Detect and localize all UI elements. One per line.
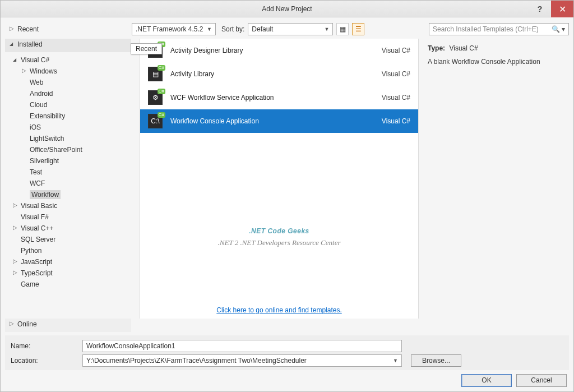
dialog-title: Add New Project bbox=[262, 5, 312, 13]
template-row-selected[interactable]: C:\C# Workflow Console Application Visua… bbox=[140, 109, 418, 133]
template-row[interactable]: ▧C# Activity Designer Library Visual C# bbox=[140, 39, 418, 62]
tree-online[interactable]: Online bbox=[5, 319, 131, 332]
template-icon: ⚙C# bbox=[148, 90, 163, 105]
chevron-down-icon: ▼ bbox=[207, 26, 212, 32]
sort-value: Default bbox=[252, 25, 273, 33]
tree-test[interactable]: Test bbox=[5, 167, 131, 178]
tree-silverlight[interactable]: Silverlight bbox=[5, 155, 131, 167]
tree-windows[interactable]: Windows bbox=[5, 66, 131, 77]
tree-cloud[interactable]: Cloud bbox=[5, 99, 131, 110]
tree-cpp[interactable]: Visual C++ bbox=[5, 223, 131, 234]
cancel-button[interactable]: Cancel bbox=[516, 374, 567, 387]
bottom-form: Name: Location: Y:\Documents\Projects\ZK… bbox=[5, 335, 569, 370]
tree-vb[interactable]: Visual Basic bbox=[5, 200, 131, 211]
tree-extensibility[interactable]: Extensibility bbox=[5, 110, 131, 122]
template-lang: Visual C# bbox=[382, 117, 410, 125]
tree-csharp[interactable]: Visual C# bbox=[5, 54, 131, 66]
template-name: Workflow Console Application bbox=[170, 117, 374, 125]
dialog-buttons: OK Cancel bbox=[461, 374, 567, 387]
search-icon: 🔍 ▾ bbox=[552, 25, 565, 33]
tree-wcf[interactable]: WCF bbox=[5, 178, 131, 189]
tree-workflow[interactable]: Workflow bbox=[5, 189, 131, 200]
tree-game[interactable]: Game bbox=[5, 279, 131, 290]
view-grid-button[interactable]: ▦ bbox=[336, 23, 349, 35]
name-input[interactable] bbox=[82, 340, 402, 352]
search-input[interactable]: Search Installed Templates (Ctrl+E) 🔍 ▾ bbox=[429, 23, 569, 35]
template-lang: Visual C# bbox=[382, 94, 410, 102]
name-label: Name: bbox=[11, 342, 78, 350]
browse-button[interactable]: Browse... bbox=[411, 354, 461, 367]
window-controls: ? ✕ bbox=[529, 1, 573, 17]
template-description: A blank Workflow Console Application bbox=[428, 58, 562, 66]
tree-js[interactable]: JavaScript bbox=[5, 256, 131, 268]
close-button[interactable]: ✕ bbox=[551, 1, 573, 17]
location-label: Location: bbox=[11, 357, 78, 365]
recent-tooltip: Recent bbox=[131, 43, 162, 54]
template-name: Activity Designer Library bbox=[170, 47, 374, 54]
tree-lightswitch[interactable]: LightSwitch bbox=[5, 133, 131, 144]
tree-recent[interactable]: Recent bbox=[5, 24, 128, 35]
template-icon: C:\C# bbox=[148, 114, 163, 128]
template-lang: Visual C# bbox=[382, 70, 410, 78]
ok-button[interactable]: OK bbox=[461, 374, 512, 387]
tree-installed[interactable]: Installed bbox=[5, 39, 131, 52]
chevron-down-icon: ▼ bbox=[324, 26, 329, 32]
tree-ts[interactable]: TypeScript bbox=[5, 268, 131, 279]
template-icon: ▤C# bbox=[148, 67, 163, 81]
framework-combo[interactable]: .NET Framework 4.5.2 ▼ bbox=[132, 23, 216, 35]
chevron-down-icon: ▼ bbox=[393, 358, 398, 363]
online-templates-link[interactable]: Click here to go online and find templat… bbox=[216, 306, 341, 314]
help-button[interactable]: ? bbox=[529, 1, 551, 17]
search-placeholder: Search Installed Templates (Ctrl+E) bbox=[433, 25, 539, 33]
tree-ios[interactable]: iOS bbox=[5, 122, 131, 133]
location-combo[interactable]: Y:\Documents\Projects\ZK\FarmTrace\Assig… bbox=[82, 354, 402, 367]
template-name: WCF Workflow Service Application bbox=[170, 94, 374, 102]
template-lang: Visual C# bbox=[382, 47, 410, 54]
online-link-wrap: Click here to go online and find templat… bbox=[140, 306, 418, 314]
view-list-button[interactable]: ☰ bbox=[352, 23, 364, 35]
template-name: Activity Library bbox=[170, 70, 374, 78]
tree-sql[interactable]: SQL Server bbox=[5, 234, 131, 245]
tree-web[interactable]: Web bbox=[5, 77, 131, 88]
type-label: Type: bbox=[428, 44, 445, 52]
titlebar: Add New Project ? ✕ bbox=[1, 1, 573, 17]
detail-pane: Type: Visual C# A blank Workflow Console… bbox=[421, 39, 569, 319]
category-tree: Visual C# Windows Web Android Cloud Exte… bbox=[5, 54, 131, 319]
sort-by-label: Sort by: bbox=[221, 25, 244, 33]
location-value: Y:\Documents\Projects\ZK\FarmTrace\Assig… bbox=[86, 357, 307, 365]
framework-value: .NET Framework 4.5.2 bbox=[136, 25, 203, 33]
tree-fsharp[interactable]: Visual F# bbox=[5, 211, 131, 223]
template-row[interactable]: ▤C# Activity Library Visual C# bbox=[140, 62, 418, 86]
tree-sharepoint[interactable]: Office/SharePoint bbox=[5, 144, 131, 155]
sort-combo[interactable]: Default ▼ bbox=[248, 23, 333, 35]
template-list: ▧C# Activity Designer Library Visual C# … bbox=[140, 39, 419, 319]
tree-python[interactable]: Python bbox=[5, 245, 131, 256]
watermark: .NET Code Geeks .NET 2 .NET Developers R… bbox=[140, 218, 418, 247]
toolbar: Recent .NET Framework 4.5.2 ▼ Sort by: D… bbox=[5, 22, 569, 36]
type-value: Visual C# bbox=[449, 44, 478, 52]
template-row[interactable]: ⚙C# WCF Workflow Service Application Vis… bbox=[140, 86, 418, 109]
tree-android[interactable]: Android bbox=[5, 88, 131, 99]
